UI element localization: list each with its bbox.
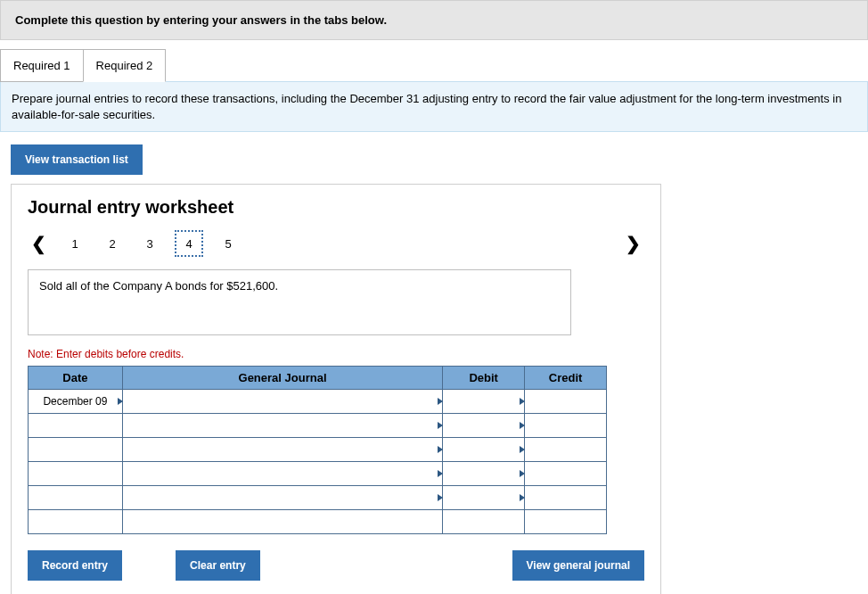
journal-entry-worksheet: Journal entry worksheet ❮ 1 2 3 4 5 ❯ So…: [11, 184, 661, 594]
credit-cell[interactable]: [525, 390, 607, 414]
page-4[interactable]: 4: [175, 230, 203, 257]
col-general-journal: General Journal: [122, 367, 442, 390]
debit-cell[interactable]: [443, 390, 525, 414]
col-date: Date: [29, 367, 123, 390]
gj-cell[interactable]: [122, 486, 442, 510]
transaction-description: Sold all of the Company A bonds for $521…: [28, 269, 571, 335]
prev-icon[interactable]: ❮: [28, 235, 50, 252]
col-debit: Debit: [443, 367, 525, 390]
gj-cell[interactable]: [122, 390, 442, 414]
page-2[interactable]: 2: [100, 232, 125, 255]
header-instruction: Complete this question by entering your …: [0, 0, 868, 40]
pager: ❮ 1 2 3 4 5 ❯: [28, 230, 644, 257]
date-cell[interactable]: December 09: [29, 390, 123, 414]
gj-cell[interactable]: [122, 438, 442, 462]
table-row: December 09: [29, 390, 607, 414]
gj-cell[interactable]: [122, 414, 442, 438]
table-row: [29, 510, 607, 534]
debit-cell[interactable]: [443, 486, 525, 510]
journal-entry-table: Date General Journal Debit Credit Decemb…: [28, 366, 607, 534]
debit-credit-note: Note: Enter debits before credits.: [28, 348, 644, 360]
tab-row: Required 1 Required 2: [0, 49, 868, 82]
tab-required-2[interactable]: Required 2: [83, 49, 167, 82]
date-cell[interactable]: [29, 462, 123, 486]
view-transaction-list-button[interactable]: View transaction list: [11, 144, 143, 175]
page-5[interactable]: 5: [216, 232, 241, 255]
credit-cell[interactable]: [525, 438, 607, 462]
credit-cell[interactable]: [525, 510, 607, 534]
credit-cell[interactable]: [525, 414, 607, 438]
page-1[interactable]: 1: [62, 232, 87, 255]
gj-cell[interactable]: [122, 462, 442, 486]
table-row: [29, 462, 607, 486]
tab-required-1[interactable]: Required 1: [0, 49, 84, 82]
record-entry-button[interactable]: Record entry: [28, 550, 122, 581]
debit-cell[interactable]: [443, 438, 525, 462]
credit-cell[interactable]: [525, 486, 607, 510]
table-row: [29, 486, 607, 510]
view-general-journal-button[interactable]: View general journal: [512, 550, 644, 581]
debit-cell[interactable]: [443, 510, 525, 534]
clear-entry-button[interactable]: Clear entry: [176, 550, 260, 581]
gj-cell[interactable]: [122, 510, 442, 534]
debit-cell[interactable]: [443, 462, 525, 486]
date-cell[interactable]: [29, 486, 123, 510]
instruction-text: Prepare journal entries to record these …: [0, 81, 868, 132]
table-row: [29, 414, 607, 438]
debit-cell[interactable]: [443, 414, 525, 438]
next-icon[interactable]: ❯: [622, 235, 644, 252]
col-credit: Credit: [525, 367, 607, 390]
page-3[interactable]: 3: [137, 232, 162, 255]
table-row: [29, 438, 607, 462]
date-cell[interactable]: [29, 414, 123, 438]
worksheet-title: Journal entry worksheet: [28, 197, 644, 218]
date-cell[interactable]: [29, 510, 123, 534]
credit-cell[interactable]: [525, 462, 607, 486]
date-cell[interactable]: [29, 438, 123, 462]
